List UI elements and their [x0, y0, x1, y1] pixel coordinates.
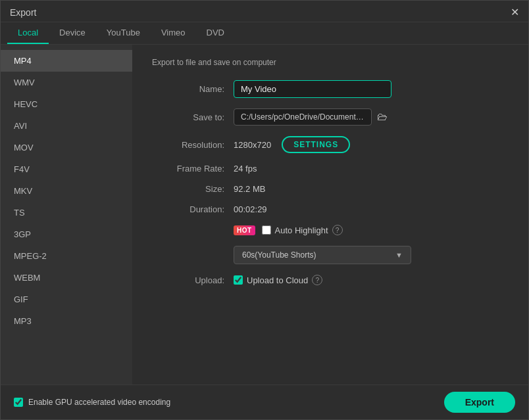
content-area: MP4 WMV HEVC AVI MOV F4V MKV TS 3GP MPEG… [1, 45, 528, 385]
save-to-path: C:/Users/pc/OneDrive/Documents/Wond [234, 108, 372, 126]
upload-to-cloud-checkbox[interactable] [234, 275, 243, 285]
upload-to-cloud-checkbox-label[interactable]: Upload to Cloud [234, 275, 308, 285]
hot-badge: HOT [234, 225, 255, 235]
sidebar-item-wmv[interactable]: WMV [1, 72, 132, 93]
tab-device[interactable]: Device [49, 22, 96, 44]
gpu-checkbox-label[interactable]: Enable GPU accelerated video encoding [14, 398, 170, 407]
duration-row: Duration: 00:02:29 [152, 204, 509, 214]
size-row: Size: 92.2 MB [152, 184, 509, 194]
frame-rate-row: Frame Rate: 24 fps [152, 164, 509, 174]
sidebar-item-mpeg2[interactable]: MPEG-2 [1, 245, 132, 267]
sidebar-item-f4v[interactable]: F4V [1, 158, 132, 180]
tab-local[interactable]: Local [7, 22, 49, 44]
sidebar-item-mp4[interactable]: MP4 [1, 50, 132, 72]
gpu-checkbox[interactable] [14, 398, 23, 407]
size-value: 92.2 MB [234, 184, 265, 194]
export-button[interactable]: Export [444, 392, 515, 413]
resolution-label: Resolution: [152, 140, 224, 150]
settings-button[interactable]: SETTINGS [282, 136, 350, 153]
auto-highlight-checkbox-label[interactable]: Auto Highlight [262, 225, 328, 235]
auto-highlight-label: Auto Highlight [275, 225, 328, 235]
auto-highlight-checkbox[interactable] [262, 225, 271, 235]
sidebar-item-avi[interactable]: AVI [1, 115, 132, 137]
sidebar-item-mp3[interactable]: MP3 [1, 310, 132, 332]
gpu-label-text: Enable GPU accelerated video encoding [28, 398, 170, 407]
duration-label: Duration: [152, 204, 224, 214]
tab-vimeo[interactable]: Vimeo [151, 22, 196, 44]
bottom-bar: Enable GPU accelerated video encoding Ex… [1, 385, 528, 419]
window-title: Export [10, 7, 36, 18]
size-label: Size: [152, 184, 224, 194]
main-panel: Export to file and save on computer Name… [132, 45, 528, 385]
folder-icon[interactable]: 🗁 [377, 111, 388, 123]
title-bar: Export ✕ [1, 1, 528, 22]
sidebar: MP4 WMV HEVC AVI MOV F4V MKV TS 3GP MPEG… [1, 45, 132, 385]
resolution-value: 1280x720 [234, 140, 271, 150]
frame-rate-value: 24 fps [234, 164, 257, 174]
upload-to-cloud-label: Upload to Cloud [247, 275, 308, 285]
duration-value: 00:02:29 [234, 204, 267, 214]
tab-dvd[interactable]: DVD [196, 22, 235, 44]
tab-youtube[interactable]: YouTube [96, 22, 151, 44]
dropdown-row: 60s(YouTube Shorts) ▼ [234, 246, 509, 264]
tab-bar: Local Device YouTube Vimeo DVD [1, 22, 528, 45]
save-to-row: Save to: C:/Users/pc/OneDrive/Documents/… [152, 108, 509, 126]
resolution-row: Resolution: 1280x720 SETTINGS [152, 136, 509, 153]
sidebar-item-3gp[interactable]: 3GP [1, 223, 132, 245]
upload-label: Upload: [152, 275, 224, 285]
auto-highlight-help-icon[interactable]: ? [332, 225, 343, 235]
highlight-row: HOT Auto Highlight ? [234, 225, 343, 235]
upload-help-icon[interactable]: ? [312, 275, 322, 285]
upload-row-inner: Upload to Cloud ? [234, 275, 322, 285]
sidebar-item-webm[interactable]: WEBM [1, 267, 132, 289]
upload-row: Upload: Upload to Cloud ? [152, 275, 509, 285]
sidebar-item-hevc[interactable]: HEVC [1, 93, 132, 115]
close-button[interactable]: ✕ [511, 7, 519, 18]
sidebar-item-mov[interactable]: MOV [1, 137, 132, 158]
export-subtitle: Export to file and save on computer [152, 58, 509, 67]
frame-rate-label: Frame Rate: [152, 164, 224, 174]
export-window: Export ✕ Local Device YouTube Vimeo DVD … [0, 0, 529, 420]
sidebar-item-mkv[interactable]: MKV [1, 180, 132, 202]
sidebar-item-ts[interactable]: TS [1, 202, 132, 223]
auto-highlight-row: HOT Auto Highlight ? [152, 225, 509, 235]
name-label: Name: [152, 84, 224, 94]
name-row: Name: [152, 80, 509, 98]
sidebar-item-gif[interactable]: GIF [1, 289, 132, 310]
name-input[interactable] [234, 80, 391, 98]
save-to-label: Save to: [152, 112, 224, 122]
dropdown-value: 60s(YouTube Shorts) [242, 250, 316, 260]
youtube-shorts-dropdown[interactable]: 60s(YouTube Shorts) ▼ [234, 246, 411, 264]
dropdown-arrow-icon: ▼ [395, 251, 403, 259]
